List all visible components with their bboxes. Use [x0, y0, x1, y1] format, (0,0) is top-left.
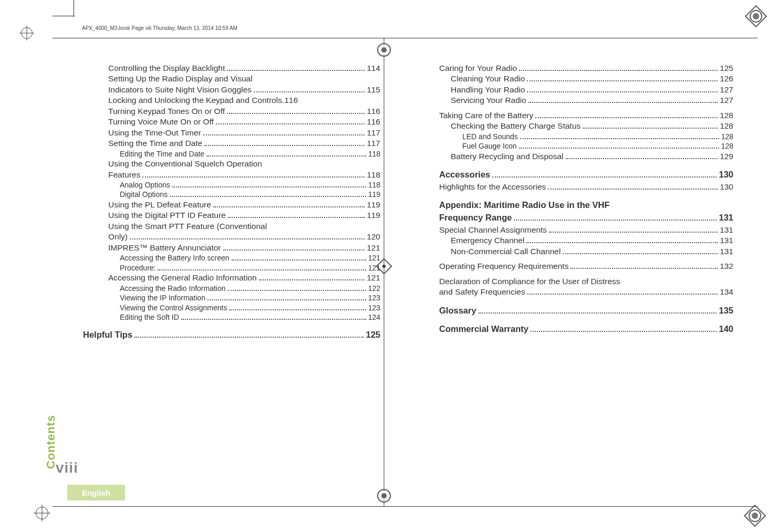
- toc-label: Indicators to Suite Night Vision Goggles: [108, 85, 252, 95]
- toc-entry: Non-Commercial Call Channel131: [439, 246, 733, 257]
- toc-entry: Checking the Battery Charge Status128: [439, 121, 733, 131]
- toc-label: Commercial Warranty: [439, 324, 528, 335]
- toc-page: 118: [367, 170, 380, 180]
- toc-label: Accessing the Radio Information: [120, 284, 226, 293]
- page-number: viii: [56, 460, 78, 476]
- toc-label: Battery Recycling and Disposal: [451, 151, 564, 162]
- toc-page: 119: [368, 190, 380, 199]
- toc-label: Using the PL Defeat Feature: [108, 200, 211, 210]
- toc-page: 131: [719, 212, 733, 224]
- toc-entry: Editing the Soft ID124: [97, 312, 380, 322]
- toc-label: Highlights for the Accessories: [439, 182, 546, 192]
- toc-leader: [232, 259, 366, 260]
- toc-page: 132: [720, 261, 733, 272]
- toc-page: 121: [368, 263, 380, 273]
- toc-entry: Taking Care of the Battery128: [439, 110, 733, 121]
- toc-page: 129: [720, 151, 733, 162]
- toc-page: 114: [367, 63, 380, 74]
- toc-leader: [213, 206, 365, 207]
- toc-entry: Using the Time-Out Timer117: [97, 128, 380, 138]
- toc-entry: and Safety Frequencies134: [439, 287, 733, 297]
- toc-entry: Servicing Your Radio127: [439, 95, 733, 106]
- toc-page: 130: [719, 169, 733, 181]
- toc-page: 120: [367, 232, 380, 242]
- toc-page: 116: [284, 95, 298, 106]
- toc-leader: [531, 331, 717, 332]
- toc-entry: Caring for Your Radio125: [439, 63, 733, 74]
- toc-page: 128: [720, 121, 733, 131]
- toc-label: Accessing the Battery Info screen: [120, 253, 230, 263]
- toc-label: IMPRES™ Battery Annunciator: [108, 243, 221, 253]
- toc-entry: Accessories130: [439, 169, 733, 181]
- toc-leader: [548, 189, 718, 190]
- toc-leader: [479, 312, 717, 314]
- toc-leader: [526, 242, 718, 243]
- registration-mark-icon: [21, 27, 33, 39]
- toc-label: Only): [108, 232, 128, 242]
- toc-entry: Glossary135: [439, 305, 733, 317]
- toc-entry: Using the PL Defeat Feature119: [97, 200, 380, 210]
- toc-leader: [492, 176, 717, 178]
- toc-leader: [172, 186, 366, 187]
- toc-label: Operating Frequency Requirements: [439, 261, 568, 272]
- toc-entry: Setting Up the Radio Display and Visual: [97, 74, 380, 84]
- toc-label: and Safety Frequencies: [439, 287, 525, 297]
- toc-label: Using the Conventional Squelch Operation: [108, 159, 262, 169]
- toc-label: Fuel Gauge Icon: [462, 141, 517, 151]
- toc-entry: Viewing the IP Information123: [97, 293, 380, 302]
- toc-leader: [583, 128, 718, 129]
- toc-entry: Editing the Time and Date118: [97, 149, 380, 159]
- toc-entry: Only)120: [97, 232, 380, 242]
- toc-page: 121: [367, 273, 380, 283]
- toc-entry: Using the Smart PTT Feature (Conventiona…: [97, 221, 380, 232]
- toc-page: 130: [720, 182, 733, 192]
- toc-label: Editing the Time and Date: [120, 149, 204, 159]
- right-column: Caring for Your Radio125Cleaning Your Ra…: [439, 63, 733, 485]
- toc-label: Emergency Channel: [451, 235, 524, 246]
- toc-entry: Accessing the General Radio Information1…: [97, 273, 380, 283]
- toc-label: Checking the Battery Charge Status: [451, 121, 580, 131]
- toc-entry: Using the Digital PTT ID Feature119: [97, 210, 380, 221]
- toc-entry: Digital Options119: [97, 190, 380, 199]
- toc-leader: [206, 155, 366, 157]
- toc-label: Procedure:: [120, 263, 155, 273]
- toc-page: 118: [368, 180, 380, 190]
- toc-page: 128: [721, 141, 733, 151]
- toc-leader: [229, 309, 366, 310]
- toc-page: 140: [719, 324, 733, 335]
- toc-entry: Features118: [97, 170, 380, 180]
- toc-page: 117: [367, 128, 380, 138]
- toc-entry: Handling Your Radio127: [439, 85, 733, 95]
- toc-page: 121: [367, 243, 380, 253]
- toc-page: 135: [719, 305, 733, 317]
- toc-label: Using the Digital PTT ID Feature: [108, 210, 226, 221]
- toc-leader: [570, 268, 718, 269]
- toc-label: Declaration of Compliance for the User o…: [439, 276, 620, 287]
- toc-leader: [134, 337, 364, 338]
- toc-label: Glossary: [439, 305, 476, 317]
- toc-leader: [170, 196, 366, 197]
- toc-leader: [514, 220, 717, 221]
- toc-label: Using the Time-Out Timer: [108, 128, 201, 138]
- toc-label: Setting Up the Radio Display and Visual: [108, 74, 253, 84]
- toc-label: Digital Options: [120, 190, 168, 199]
- toc-entry: Fuel Gauge Icon128: [439, 141, 733, 151]
- toc-label: Handling Your Radio: [451, 85, 525, 95]
- toc-label: Appendix: Maritime Radio Use in the VHF: [439, 200, 610, 211]
- toc-leader: [181, 319, 366, 320]
- toc-leader: [228, 217, 365, 218]
- toc-page: 116: [367, 106, 380, 117]
- toc-label: Frequency Range: [439, 212, 512, 224]
- toc-leader: [207, 299, 366, 300]
- toc-leader: [519, 148, 719, 149]
- toc-label: Taking Care of the Battery: [439, 110, 533, 121]
- toc-leader: [549, 232, 718, 233]
- toc-entry: Using the Conventional Squelch Operation: [97, 159, 380, 169]
- toc-label: Using the Smart PTT Feature (Conventiona…: [108, 221, 267, 232]
- toc-entry: Battery Recycling and Disposal129: [439, 151, 733, 162]
- toc-leader: [566, 158, 718, 159]
- toc-entry: Setting the Time and Date117: [97, 138, 380, 149]
- registration-ring-icon: [377, 43, 391, 57]
- toc-entry: Accessing the Battery Info screen121: [97, 253, 380, 263]
- language-tab: English: [67, 485, 125, 500]
